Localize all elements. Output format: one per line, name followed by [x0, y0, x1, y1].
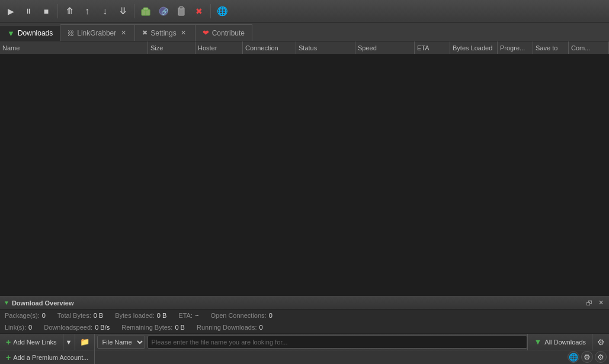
- main-toolbar: ▶ ⏸ ■ ⤊ ↑ ↓ ⤋ 🔗 ✖ 🌐: [0, 0, 609, 22]
- config-icon-1[interactable]: ⚙: [581, 351, 593, 363]
- stat-running-downloads: Running Downloads: 0: [197, 324, 263, 331]
- bottom-settings-button[interactable]: ⚙: [592, 334, 609, 350]
- overview-title: ▼ Download Overview: [4, 299, 73, 307]
- stat-eta: ETA: ~: [178, 312, 198, 319]
- stats-row-1: Package(s): 0 Total Bytes: 0 B Bytes loa…: [0, 310, 609, 321]
- bottom-extra-row: + Add a Premium Account... 🌐 ⚙ ⚙: [0, 350, 609, 364]
- move-top-button[interactable]: ⤊: [61, 3, 78, 20]
- add-new-links-button[interactable]: + Add New Links: [0, 334, 63, 350]
- tab-downloads[interactable]: ▼ Downloads: [0, 25, 60, 41]
- tab-settings-close[interactable]: ✕: [180, 29, 188, 37]
- toolbar-separator-3: [210, 4, 211, 18]
- search-type-dropdown[interactable]: File Name: [97, 336, 145, 349]
- folder-button[interactable]: 📁: [75, 334, 95, 350]
- system-icons: 🌐 ⚙ ⚙: [565, 350, 609, 364]
- bottom-panel: ▼ Download Overview 🗗 ✕ Package(s): 0 To…: [0, 296, 609, 364]
- add-links-button[interactable]: 🔗: [155, 3, 172, 20]
- tab-contribute-label: Contribute: [212, 29, 245, 37]
- stat-bytes-loaded: Bytes loaded: 0 B: [115, 312, 166, 319]
- overview-controls: 🗗 ✕: [584, 298, 605, 308]
- move-down-button[interactable]: ↓: [97, 3, 113, 20]
- overview-arrow-icon: ▼: [4, 299, 9, 306]
- stat-total-bytes: Total Bytes: 0 B: [57, 312, 103, 319]
- tab-downloads-label: Downloads: [18, 29, 53, 37]
- col-name[interactable]: Name: [0, 41, 148, 54]
- tab-bar: ▼ Downloads ⛓ LinkGrabber ✕ ✖ Settings ✕…: [0, 22, 609, 41]
- col-eta[interactable]: ETA: [415, 41, 450, 54]
- col-save-to[interactable]: Save to: [533, 41, 569, 54]
- toolbar-separator-2: [134, 4, 134, 18]
- col-progress[interactable]: Progre...: [498, 41, 533, 54]
- pause-button[interactable]: ⏸: [20, 3, 37, 20]
- tab-settings[interactable]: ✖ Settings ✕: [135, 24, 195, 41]
- linkgrabber-icon: ⛓: [68, 30, 74, 37]
- add-new-links-plus-icon: +: [6, 337, 11, 347]
- downloads-tab-icon: ▼: [7, 29, 15, 38]
- stat-packages: Package(s): 0: [5, 312, 46, 319]
- clipboard-button[interactable]: [173, 3, 190, 20]
- stop-button[interactable]: ■: [38, 3, 55, 20]
- col-speed[interactable]: Speed: [355, 41, 415, 54]
- col-hoster[interactable]: Hoster: [195, 41, 243, 54]
- add-premium-plus-icon: +: [6, 353, 11, 362]
- move-bottom-button[interactable]: ⤋: [114, 3, 131, 20]
- delete-button[interactable]: ✖: [191, 3, 207, 20]
- play-button[interactable]: ▶: [2, 3, 19, 20]
- folder-icon: 📁: [80, 337, 89, 346]
- bottom-toolbar: + Add New Links ▼ 📁 File Name ▼ All Down…: [0, 333, 609, 350]
- settings-tab-icon: ✖: [142, 29, 148, 37]
- tab-linkgrabber-close[interactable]: ✕: [119, 29, 127, 37]
- stat-downloadspeed: Downloadspeed: 0 B/s: [44, 324, 110, 331]
- stats-row-2: Link(s): 0 Downloadspeed: 0 B/s Remainin…: [0, 321, 609, 333]
- stat-open-connections: Open Connections: 0: [210, 312, 272, 319]
- tab-linkgrabber[interactable]: ⛓ LinkGrabber ✕: [60, 24, 135, 41]
- search-input[interactable]: [148, 336, 528, 349]
- col-comment[interactable]: Com...: [569, 41, 609, 54]
- stat-remaining-bytes: Remaining Bytes: 0 B: [121, 324, 185, 331]
- network-icon[interactable]: 🌐: [568, 351, 579, 363]
- svg-rect-6: [180, 7, 183, 9]
- tab-settings-label: Settings: [150, 29, 176, 37]
- col-status[interactable]: Status: [296, 41, 355, 54]
- stat-links: Link(s): 0: [5, 324, 32, 331]
- contribute-icon: ❤: [203, 28, 209, 37]
- tab-linkgrabber-label: LinkGrabber: [77, 29, 116, 37]
- add-links-dropdown-button[interactable]: ▼: [63, 334, 75, 350]
- col-bytes-loaded[interactable]: Bytes Loaded: [450, 41, 498, 54]
- download-list: [0, 54, 609, 308]
- hoster-button[interactable]: 🌐: [214, 3, 230, 20]
- column-headers: Name Size Hoster Connection Status Speed…: [0, 41, 609, 54]
- overview-close-button[interactable]: ✕: [596, 298, 605, 308]
- add-premium-button[interactable]: + Add a Premium Account...: [0, 350, 95, 365]
- tab-contribute[interactable]: ❤ Contribute: [195, 24, 252, 41]
- add-package-button[interactable]: [137, 3, 154, 20]
- col-size[interactable]: Size: [148, 41, 195, 54]
- download-overview-header: ▼ Download Overview 🗗 ✕: [0, 297, 609, 310]
- col-connection[interactable]: Connection: [243, 41, 296, 54]
- move-up-button[interactable]: ↑: [79, 3, 95, 20]
- svg-text:🔗: 🔗: [161, 8, 169, 15]
- all-downloads-button[interactable]: ▼ All Downloads: [528, 334, 592, 350]
- download-arrow-icon: ▼: [534, 337, 541, 346]
- config-icon-2[interactable]: ⚙: [595, 351, 607, 363]
- overview-restore-button[interactable]: 🗗: [584, 298, 594, 308]
- toolbar-separator-1: [57, 4, 58, 18]
- right-controls: ▼ All Downloads ⚙: [527, 334, 609, 350]
- search-area: File Name: [95, 334, 528, 350]
